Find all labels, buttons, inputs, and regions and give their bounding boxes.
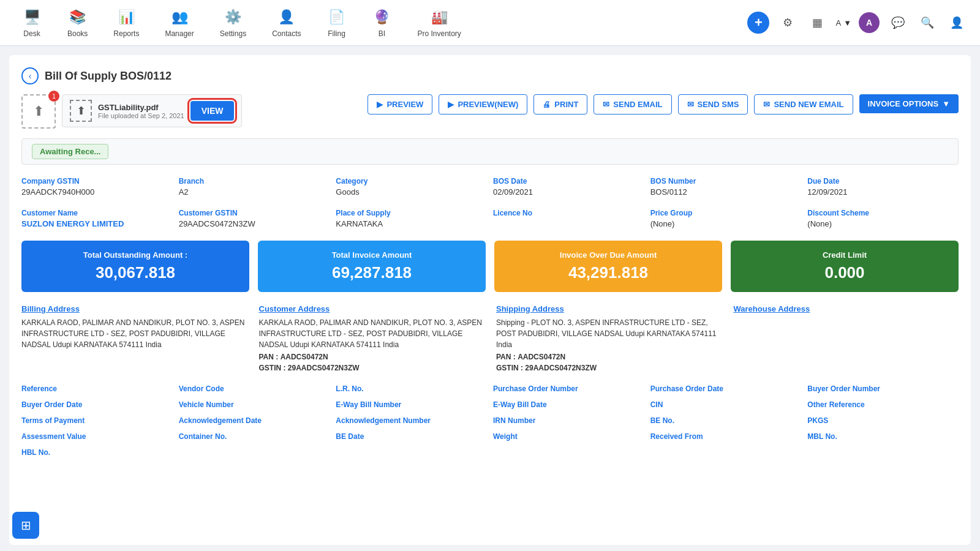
topnav: 🖥️ Desk 📚 Books 📊 Reports 👥 Manager ⚙️ S…	[0, 0, 980, 46]
send-email-button[interactable]: ✉ SEND EMAIL	[594, 94, 671, 114]
vehicle-number-label: Vehicle Number	[179, 400, 330, 409]
purchase-order-number-label: Purchase Order Number	[493, 384, 644, 393]
settings-icon: ⚙️	[223, 7, 243, 27]
card-outstanding-value: 30,067.818	[34, 263, 237, 282]
preview-new-button[interactable]: ▶ PREVIEW(NEW)	[439, 94, 527, 114]
send-sms-button[interactable]: ✉ SEND SMS	[678, 94, 748, 114]
field-acknowledgement-date: Acknowledgement Date	[179, 416, 330, 425]
file-icon: ⬆	[70, 100, 92, 122]
file-date: File uploaded at Sep 2, 2021	[98, 112, 184, 119]
shipping-address-text: Shipping - PLOT NO. 3, ASPEN INFRASTRUCT…	[496, 317, 722, 350]
ref-grid: ReferenceVendor CodeL.R. No.Purchase Ord…	[21, 384, 959, 457]
discount-scheme-label: Discount Scheme	[807, 209, 959, 217]
nav-item-settings[interactable]: ⚙️ Settings	[210, 2, 256, 43]
address-section: Billing Address KARKALA RAOD, PALIMAR AN…	[21, 304, 959, 372]
print-button[interactable]: 🖨 PRINT	[533, 94, 587, 114]
field-mbl-no: MBL No.	[807, 432, 959, 441]
price-group-label: Price Group	[650, 209, 802, 217]
avatar[interactable]: A	[859, 12, 880, 33]
customer-address-block: Customer Address KARKALA RAOD, PALIMAR A…	[259, 304, 484, 372]
pro-inventory-icon: 🏭	[429, 7, 449, 27]
place-of-supply-label: Place of Supply	[336, 209, 487, 217]
back-button[interactable]: ‹	[21, 67, 39, 84]
nav-item-bi[interactable]: 🔮 BI	[362, 2, 401, 43]
contacts-icon: 👤	[277, 7, 296, 27]
preview-button[interactable]: ▶ PREVIEW	[368, 94, 432, 114]
preview-icon: ▶	[377, 100, 383, 109]
profile-icon[interactable]: 👤	[946, 12, 968, 34]
field-bos-number: BOS Number BOS/0112	[650, 177, 802, 197]
view-button[interactable]: VIEW	[190, 101, 235, 121]
card-outstanding-title: Total Outstanding Amount :	[34, 250, 237, 260]
invoice-options-button[interactable]: INVOICE OPTIONS ▼	[859, 94, 959, 113]
bos-number-value: BOS/0112	[650, 187, 802, 197]
grid-button[interactable]: ▦	[806, 12, 828, 34]
nav-item-contacts[interactable]: 👤 Contacts	[262, 2, 311, 43]
widget-icon: ⊞	[21, 518, 31, 533]
user-dropdown-icon: ▼	[843, 18, 851, 28]
shipping-address-link[interactable]: Shipping Address	[496, 304, 722, 313]
invoice-options-dropdown-icon: ▼	[942, 99, 950, 108]
field-other-reference: Other Reference	[807, 400, 959, 409]
card-credit-title: Credit Limit	[743, 250, 946, 260]
discount-scheme-value: (None)	[807, 219, 959, 228]
field-customer-gstin: Customer GSTIN 29AADCS0472N3ZW	[179, 209, 330, 228]
nav-item-manager[interactable]: 👥 Manager	[155, 2, 203, 43]
nav-item-books[interactable]: 📚 Books	[58, 2, 97, 43]
field-assessment-value: Assessment Value	[21, 432, 173, 441]
add-button[interactable]: +	[747, 12, 769, 34]
field-buyer-order-number: Buyer Order Number	[807, 384, 959, 393]
bottom-widget[interactable]: ⊞	[12, 512, 39, 539]
buyer-order-number-label: Buyer Order Number	[807, 384, 959, 393]
field-e-way-bill-date: E-Way Bill Date	[493, 400, 644, 409]
billing-address-text: KARKALA RAOD, PALIMAR AND NANDIKUR, PLOT…	[21, 317, 247, 350]
price-group-value: (None)	[650, 219, 802, 228]
nav-right: + ⚙ ▦ A ▼ A 💬 🔍 👤	[747, 12, 968, 34]
card-overdue-title: Invoice Over Due Amount	[507, 250, 710, 260]
card-invoice-value: 69,287.818	[270, 263, 473, 282]
user-initial: A	[835, 18, 841, 28]
nav-label-settings: Settings	[220, 29, 246, 38]
nav-item-filing[interactable]: 📄 Filing	[317, 2, 356, 43]
nav-item-reports[interactable]: 📊 Reports	[104, 2, 149, 43]
nav-label-reports: Reports	[113, 29, 139, 38]
status-bar: Awaiting Rece...	[21, 138, 959, 165]
customer-address-link[interactable]: Customer Address	[259, 304, 484, 313]
send-email-icon: ✉	[603, 100, 609, 109]
terms-of-payment-label: Terms of Payment	[21, 416, 173, 425]
billing-address-link[interactable]: Billing Address	[21, 304, 247, 313]
licence-no-value	[493, 219, 644, 228]
nav-items: 🖥️ Desk 📚 Books 📊 Reports 👥 Manager ⚙️ S…	[12, 2, 747, 43]
billing-address-block: Billing Address KARKALA RAOD, PALIMAR AN…	[21, 304, 247, 372]
place-of-supply-value: KARNATAKA	[336, 219, 487, 228]
field-terms-of-payment: Terms of Payment	[21, 416, 173, 425]
main-content: ‹ Bill Of Supply BOS/0112 ⬆ 1 ⬆ GSTLiabi…	[9, 55, 971, 545]
field-received-from: Received From	[650, 432, 802, 441]
user-label[interactable]: A ▼	[835, 18, 851, 28]
upload-button[interactable]: ⬆ 1	[21, 94, 56, 129]
field-container-no: Container No.	[179, 432, 330, 441]
nav-label-contacts: Contacts	[272, 29, 301, 38]
field-bos-date: BOS Date 02/09/2021	[493, 177, 644, 197]
customer-name-value[interactable]: SUZLON ENERGY LIMITED	[21, 219, 173, 228]
nav-label-desk: Desk	[23, 29, 40, 38]
notification-icon[interactable]: 💬	[887, 12, 909, 34]
field-cin: CIN	[650, 400, 802, 409]
be-date-label: BE Date	[336, 432, 487, 441]
title-row: ‹ Bill Of Supply BOS/0112	[21, 67, 959, 84]
field-buyer-order-date: Buyer Order Date	[21, 400, 173, 409]
field-due-date: Due Date 12/09/2021	[807, 177, 959, 197]
warehouse-address-link[interactable]: Warehouse Address	[734, 304, 959, 313]
upload-badge: 1	[48, 91, 59, 102]
nav-item-pro-inventory[interactable]: 🏭 Pro Inventory	[407, 2, 470, 43]
search-icon[interactable]: 🔍	[916, 12, 938, 34]
other-reference-label: Other Reference	[807, 400, 959, 409]
gear-button[interactable]: ⚙	[777, 12, 799, 34]
e-way-bill-date-label: E-Way Bill Date	[493, 400, 644, 409]
nav-item-desk[interactable]: 🖥️ Desk	[12, 2, 51, 43]
send-new-email-button[interactable]: ✉ SEND NEW EMAIL	[754, 94, 853, 114]
due-date-value: 12/09/2021	[807, 187, 959, 197]
licence-no-label: Licence No	[493, 209, 644, 217]
field-acknowledgement-number: Acknowledgement Number	[336, 416, 487, 425]
irn-number-label: IRN Number	[493, 416, 644, 425]
